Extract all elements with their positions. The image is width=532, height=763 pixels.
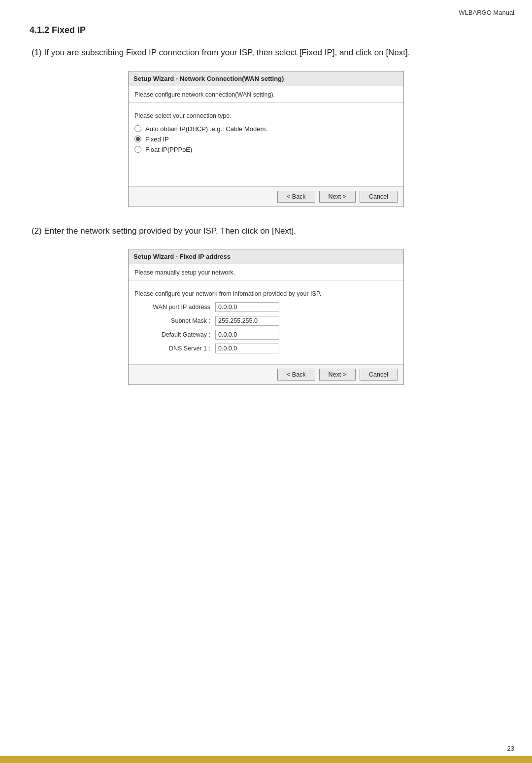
dns-server-label: DNS Server 1 : [134, 345, 213, 352]
page-number: 23 [507, 745, 514, 752]
gateway-input[interactable] [215, 330, 279, 340]
form-grid: WAN port IP address Subnet Mask : Defaul… [134, 302, 398, 353]
dialog2-back-button[interactable]: < Back [277, 369, 315, 381]
instruction-text-2: (2) Enter the network setting provided b… [30, 225, 502, 238]
radio-pppoe-label: Float IP(PPPoE) [145, 146, 192, 153]
dialog2-next-button[interactable]: Next > [319, 369, 356, 381]
dialog2-body: Please configure your network from infom… [129, 280, 403, 364]
dialog2-titlebar: Setup Wizard - Fixed IP address [129, 249, 403, 264]
main-content: 4.1.2 Fixed IP (1) If you are subscribin… [0, 20, 532, 422]
radio-fixed-input[interactable] [134, 136, 141, 142]
radio-dhcp-input[interactable] [134, 125, 141, 132]
radio-fixed-label: Fixed IP [145, 136, 169, 143]
dialog1-cancel-button[interactable]: Cancel [360, 191, 398, 203]
dialog1-body: Please select your connection type. Auto… [129, 103, 403, 186]
gateway-label: Default Gateway : [134, 331, 213, 338]
dialog-fixed-ip: Setup Wizard - Fixed IP address Please m… [128, 249, 404, 385]
section-heading: 4.1.2 Fixed IP [30, 25, 502, 35]
dialog2-info: Please configure your network from infom… [134, 290, 398, 297]
radio-fixed[interactable]: Fixed IP [134, 136, 398, 143]
radio-dhcp[interactable]: Auto obtain IP(DHCP) .e.g.: Cable Modem. [134, 125, 398, 133]
subnet-mask-label: Subnet Mask : [134, 317, 213, 324]
dialog1-titlebar: Setup Wizard - Network Connection(WAN se… [129, 71, 403, 86]
bottom-bar [0, 756, 532, 763]
dns-server-input[interactable] [215, 344, 279, 353]
dialog2-footer: < Back Next > Cancel [129, 364, 403, 384]
dialog-wan-setting: Setup Wizard - Network Connection(WAN se… [128, 71, 404, 207]
instruction-text-1: (1) If you are subscribing Fixed IP conn… [30, 46, 502, 59]
dialog2-cancel-button[interactable]: Cancel [360, 369, 398, 381]
select-label: Please select your connection type. [134, 112, 398, 119]
dialog2-subtitle: Please manually setup your network. [129, 264, 403, 280]
dialog1-footer: < Back Next > Cancel [129, 186, 403, 207]
radio-pppoe-input[interactable] [134, 146, 141, 153]
radio-dhcp-label: Auto obtain IP(DHCP) .e.g.: Cable Modem. [145, 125, 267, 133]
wan-ip-label: WAN port IP address [134, 304, 213, 311]
radio-pppoe[interactable]: Float IP(PPPoE) [134, 146, 398, 153]
wan-ip-input[interactable] [215, 302, 279, 312]
dialog1-next-button[interactable]: Next > [319, 191, 356, 203]
dialog1-subtitle: Please configure network connection(WAN … [129, 86, 403, 103]
manual-title: WLBARGO Manual [459, 9, 514, 16]
dialog1-back-button[interactable]: < Back [277, 191, 315, 203]
page-header: WLBARGO Manual [0, 0, 532, 20]
subnet-mask-input[interactable] [215, 316, 279, 326]
